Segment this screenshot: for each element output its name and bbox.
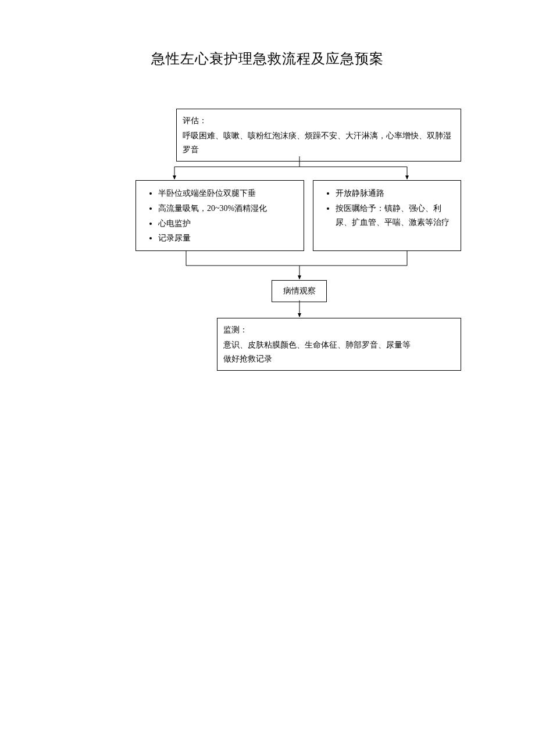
observe-text: 病情观察 bbox=[283, 286, 316, 295]
assess-box: 评估： 呼吸困难、咳嗽、咳粉红泡沫痰、烦躁不安、大汗淋漓，心率增快、双肺湿罗音 bbox=[176, 109, 461, 162]
observe-box: 病情观察 bbox=[272, 280, 327, 302]
flowchart-container: 评估： 呼吸困难、咳嗽、咳粉红泡沫痰、烦躁不安、大汗淋漓，心率增快、双肺湿罗音 … bbox=[0, 109, 535, 457]
list-item: 心电监护 bbox=[158, 217, 298, 231]
monitor-label: 监测： bbox=[223, 323, 455, 337]
assess-label: 评估： bbox=[183, 114, 455, 128]
list-item: 半卧位或端坐卧位双腿下垂 bbox=[158, 187, 298, 200]
monitor-line1: 意识、皮肤粘膜颜色、生命体征、肺部罗音、尿量等 bbox=[223, 338, 455, 352]
list-item: 高流量吸氧，20~30%酒精湿化 bbox=[158, 202, 298, 216]
page-title: 急性左心衰护理急救流程及应急预案 bbox=[0, 0, 535, 68]
monitor-box: 监测： 意识、皮肤粘膜颜色、生命体征、肺部罗音、尿量等 做好抢救记录 bbox=[217, 318, 461, 371]
monitor-line2: 做好抢救记录 bbox=[223, 352, 455, 366]
left-intervention-box: 半卧位或端坐卧位双腿下垂 高流量吸氧，20~30%酒精湿化 心电监护 记录尿量 bbox=[135, 180, 304, 251]
right-intervention-box: 开放静脉通路 按医嘱给予：镇静、强心、利尿、扩血管、平喘、激素等治疗 bbox=[313, 180, 461, 251]
list-item: 记录尿量 bbox=[158, 231, 298, 245]
list-item: 开放静脉通路 bbox=[336, 187, 455, 200]
assess-text: 呼吸困难、咳嗽、咳粉红泡沫痰、烦躁不安、大汗淋漓，心率增快、双肺湿罗音 bbox=[183, 129, 455, 157]
list-item: 按医嘱给予：镇静、强心、利尿、扩血管、平喘、激素等治疗 bbox=[336, 202, 455, 230]
